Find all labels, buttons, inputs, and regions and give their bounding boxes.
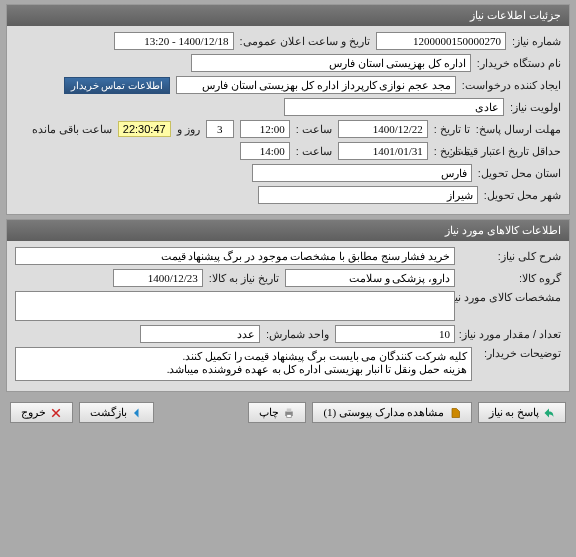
province-field[interactable] [252, 164, 472, 182]
exit-label: خروج [21, 406, 46, 419]
desc-field[interactable] [15, 247, 455, 265]
province-label: استان محل تحویل: [478, 167, 561, 180]
goods-info-header: اطلاعات کالاهای مورد نیاز [7, 220, 569, 241]
back-label: بازگشت [90, 406, 127, 419]
need-details-header: جزئیات اطلاعات نیاز [7, 5, 569, 26]
unit-field[interactable] [140, 325, 260, 343]
need-details-panel: جزئیات اطلاعات نیاز شماره نیاز: تاریخ و … [6, 4, 570, 215]
days-left-field [206, 120, 234, 138]
exit-icon [50, 407, 62, 419]
qty-label: تعداد / مقدار مورد نیاز: [461, 328, 561, 341]
group-label: گروه کالا: [461, 272, 561, 285]
respond-label: پاسخ به نیاز [489, 406, 540, 419]
priority-label: اولویت نیاز: [510, 101, 561, 114]
print-icon [283, 407, 295, 419]
svg-rect-2 [287, 414, 292, 417]
attachment-icon [449, 407, 461, 419]
reply-icon [543, 407, 555, 419]
city-field[interactable] [258, 186, 478, 204]
goods-info-panel: اطلاعات کالاهای مورد نیاز شرح کلی نیاز: … [6, 219, 570, 392]
validity-hour-label: ساعت : [296, 145, 332, 158]
creator-field[interactable] [176, 76, 456, 94]
deadline-to-label: تا تاریخ : [434, 123, 470, 136]
time-left-value: 22:30:47 [118, 121, 171, 137]
attachments-label: مشاهده مدارک پیوستی (1) [323, 406, 444, 419]
back-button[interactable]: بازگشت [79, 402, 154, 423]
print-label: چاپ [259, 406, 279, 419]
pubdate-label: تاریخ و ساعت اعلان عمومی: [240, 35, 370, 48]
contact-buyer-button[interactable]: اطلاعات تماس خریدار [64, 77, 170, 94]
respond-button[interactable]: پاسخ به نیاز [478, 402, 567, 423]
validity-to-label: تا تاریخ : [434, 145, 470, 158]
reqno-label: شماره نیاز: [512, 35, 561, 48]
notes-label: توضیحات خریدار: [478, 347, 561, 360]
deadline-label: مهلت ارسال پاسخ: [476, 123, 561, 136]
validity-hour-field[interactable] [240, 142, 290, 160]
time-left-label: ساعت باقی مانده [32, 123, 112, 136]
validity-date-field[interactable] [338, 142, 428, 160]
spec-label: مشخصات کالای مورد نیاز: [461, 291, 561, 304]
priority-field[interactable] [284, 98, 504, 116]
spec-textarea[interactable] [15, 291, 455, 321]
unit-label: واحد شمارش: [266, 328, 329, 341]
deadline-hour-field[interactable] [240, 120, 290, 138]
back-icon [131, 407, 143, 419]
group-field[interactable] [285, 269, 455, 287]
deadline-hour-label: ساعت : [296, 123, 332, 136]
buyer-field[interactable] [191, 54, 471, 72]
validity-label: حداقل تاریخ اعتبار قیمت: [476, 145, 561, 158]
reqno-field[interactable] [376, 32, 506, 50]
footer-toolbar: پاسخ به نیاز مشاهده مدارک پیوستی (1) چاپ… [0, 396, 576, 429]
pubdate-field[interactable] [114, 32, 234, 50]
creator-label: ایجاد کننده درخواست: [462, 79, 561, 92]
need-date-label: تاریخ نیاز به کالا: [209, 272, 279, 285]
need-date-field[interactable] [113, 269, 203, 287]
deadline-date-field[interactable] [338, 120, 428, 138]
attachments-button[interactable]: مشاهده مدارک پیوستی (1) [312, 402, 471, 423]
days-label: روز و [177, 123, 200, 136]
buyer-label: نام دستگاه خریدار: [477, 57, 561, 70]
exit-button[interactable]: خروج [10, 402, 73, 423]
desc-label: شرح کلی نیاز: [461, 250, 561, 263]
notes-textarea[interactable] [15, 347, 472, 381]
svg-rect-1 [287, 408, 292, 411]
print-button[interactable]: چاپ [248, 402, 306, 423]
city-label: شهر محل تحویل: [484, 189, 561, 202]
qty-field[interactable] [335, 325, 455, 343]
